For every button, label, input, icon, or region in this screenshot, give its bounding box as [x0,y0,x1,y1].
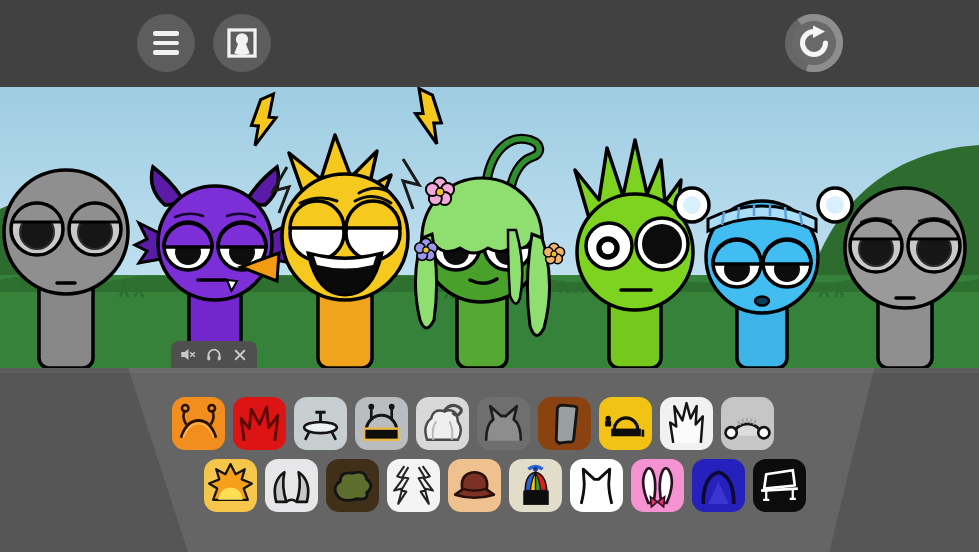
sound-icon-silver-horns[interactable] [265,459,318,512]
sound-icon-sunburst[interactable] [204,459,257,512]
reset-icon [784,13,844,73]
sound-icon-gray-dome-ears[interactable] [721,397,774,450]
sound-icon-silver-table[interactable] [294,397,347,450]
menu-button[interactable] [137,14,195,72]
headphones-button[interactable] [206,346,223,363]
sound-icon-propeller-cap[interactable] [509,459,562,512]
sound-panel-edge [0,368,979,373]
close-button[interactable] [232,346,249,363]
sound-icon-silver-curl-wig[interactable] [416,397,469,450]
sound-icon-orange-antennae[interactable] [172,397,225,450]
characters-button[interactable] [213,14,271,72]
hamburger-icon [153,31,179,55]
muted-speaker-button[interactable] [180,346,197,363]
sound-icon-brown-slab[interactable] [538,397,591,450]
keyhole-person-icon [220,21,264,65]
sound-icon-gray-dome-antennae[interactable] [355,397,408,450]
sound-icon-black-bench[interactable] [753,459,806,512]
top-bar [0,0,979,87]
sound-row-2 [204,459,806,512]
sound-icon-pink-bunny-ears[interactable] [631,459,684,512]
sound-icon-white-cat-ears[interactable] [570,459,623,512]
sound-icon-red-crown[interactable] [233,397,286,450]
sound-icon-green-bush[interactable] [326,459,379,512]
sound-icon-dark-cat-ears[interactable] [477,397,530,450]
sound-icon-maroon-fedora[interactable] [448,459,501,512]
reset-button[interactable] [784,13,844,73]
game-app [0,0,979,552]
sound-mini-toolbar [171,341,257,368]
sound-row-1 [172,397,774,450]
sound-icon-blue-hood[interactable] [692,459,745,512]
sound-panel [0,368,979,552]
stage [0,87,979,368]
sound-icon-yellow-visor[interactable] [599,397,652,450]
sound-icon-white-spikes[interactable] [660,397,713,450]
sound-icon-white-crackle[interactable] [387,459,440,512]
